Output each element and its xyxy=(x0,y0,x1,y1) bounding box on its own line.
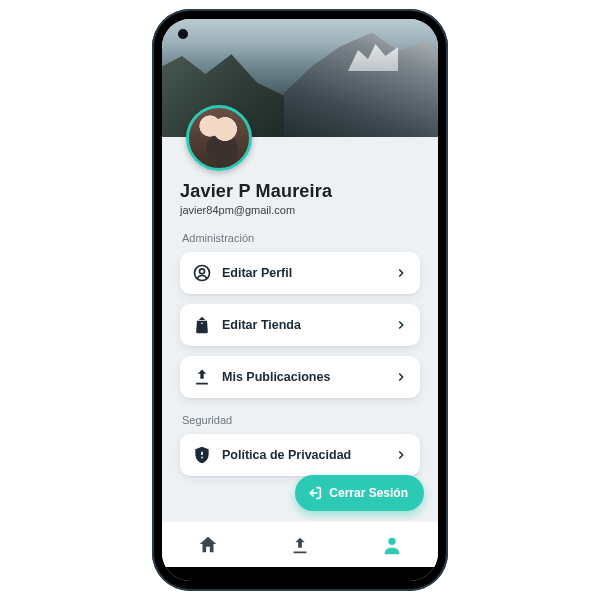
menu-item-label: Editar Tienda xyxy=(222,318,394,332)
profile-content: Javier P Maureira javier84pm@gmail.com A… xyxy=(162,137,438,521)
menu-item-edit-profile[interactable]: Editar Perfil xyxy=(180,252,420,294)
system-nav-bar xyxy=(162,567,438,581)
nav-home[interactable] xyxy=(188,525,228,565)
nav-profile[interactable] xyxy=(372,525,412,565)
chevron-right-icon xyxy=(394,370,408,384)
svg-point-1 xyxy=(200,269,205,274)
profile-name: Javier P Maureira xyxy=(180,181,420,202)
svg-point-2 xyxy=(388,537,395,544)
section-title-admin: Administración xyxy=(182,232,418,244)
profile-email: javier84pm@gmail.com xyxy=(180,204,420,216)
chevron-right-icon xyxy=(394,266,408,280)
menu-item-label: Mis Publicaciones xyxy=(222,370,394,384)
upload-icon xyxy=(289,534,311,556)
logout-label: Cerrar Sesión xyxy=(329,486,408,500)
menu-item-privacy-policy[interactable]: Política de Privacidad xyxy=(180,434,420,476)
account-circle-icon xyxy=(192,263,212,283)
shield-icon xyxy=(192,445,212,465)
profile-icon xyxy=(381,534,403,556)
menu-item-my-posts[interactable]: Mis Publicaciones xyxy=(180,356,420,398)
bottom-nav xyxy=(162,521,438,567)
menu-item-label: Política de Privacidad xyxy=(222,448,394,462)
front-camera xyxy=(178,29,188,39)
app-screen: Javier P Maureira javier84pm@gmail.com A… xyxy=(162,19,438,581)
home-icon xyxy=(197,534,219,556)
logout-icon xyxy=(307,485,323,501)
logout-button[interactable]: Cerrar Sesión xyxy=(295,475,424,511)
menu-item-edit-store[interactable]: Editar Tienda xyxy=(180,304,420,346)
shopping-bag-icon xyxy=(192,315,212,335)
chevron-right-icon xyxy=(394,318,408,332)
phone-frame: Javier P Maureira javier84pm@gmail.com A… xyxy=(152,9,448,591)
chevron-right-icon xyxy=(394,448,408,462)
section-title-security: Seguridad xyxy=(182,414,418,426)
upload-icon xyxy=(192,367,212,387)
menu-item-label: Editar Perfil xyxy=(222,266,394,280)
avatar[interactable] xyxy=(186,105,252,171)
nav-upload[interactable] xyxy=(280,525,320,565)
